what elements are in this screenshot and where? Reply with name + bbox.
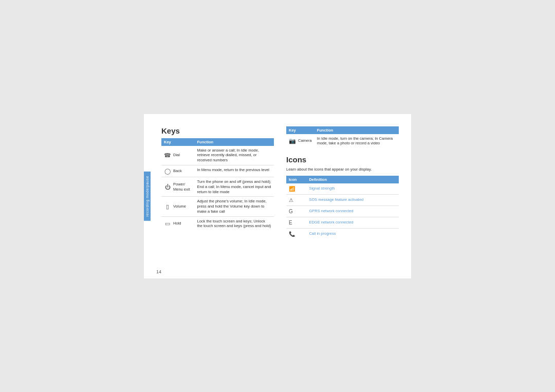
key-icon: ◯ xyxy=(164,167,171,175)
key-name-cell: ☎ Dial xyxy=(161,146,195,165)
icons-table-row: 📶 Signal strength xyxy=(286,183,399,195)
key-right-icon: 📷 xyxy=(289,137,296,144)
icons-table-row: G GPRS network connected xyxy=(286,206,399,217)
key-right-function-cell: In Idle mode, turn on the camera; In Cam… xyxy=(314,134,399,148)
key-label: Power/ Menu exit xyxy=(173,182,192,192)
key-name-cell: ▭ Hold xyxy=(161,216,195,231)
key-function-cell: Turn the phone on and off (press and hol… xyxy=(195,177,274,197)
key-label: Back xyxy=(173,169,182,174)
keys-table-row: ▯ Volume Adjust the phone's volume; In I… xyxy=(161,197,274,216)
keys-right-col2-header: Function xyxy=(314,126,399,134)
key-icon: ▭ xyxy=(164,220,171,227)
icon-cell: 📶 xyxy=(286,183,306,195)
key-function-cell: In Menu mode, return to the previous lev… xyxy=(195,165,274,177)
key-right-name-cell: 📷 Camera xyxy=(286,134,314,148)
keys-col1-header: Key xyxy=(161,138,195,146)
icon-cell: 📞 xyxy=(286,228,306,239)
key-label: Hold xyxy=(173,221,181,226)
icon-symbol: 📞 xyxy=(289,231,295,237)
icons-table-row: 📞 Call in progress xyxy=(286,228,399,239)
key-label: Dial xyxy=(173,153,180,158)
icons-title: Icons xyxy=(286,155,399,164)
right-section: Key Function 📷 Camera In Idle mode, turn… xyxy=(286,126,399,266)
key-icon: ⏻ xyxy=(164,183,171,191)
key-function-cell: Adjust the phone's volume; In Idle mode,… xyxy=(195,197,274,216)
icon-symbol: 📶 xyxy=(289,186,295,192)
keys-table-row: ▭ Hold Lock the touch screen and keys; U… xyxy=(161,216,274,231)
keys-right-table-row: 📷 Camera In Idle mode, turn on the camer… xyxy=(286,134,399,148)
keys-table-row: ⏻ Power/ Menu exit Turn the phone on and… xyxy=(161,177,274,197)
definition-cell: GPRS network connected xyxy=(306,206,399,217)
icons-table: Icon Definition 📶 Signal strength ⚠ SOS … xyxy=(286,176,399,239)
keys-title: Keys xyxy=(161,126,274,135)
icons-table-row: E EDGE network connected xyxy=(286,217,399,228)
definition-cell: SOS message feature activated xyxy=(306,194,399,206)
key-right-label: Camera xyxy=(298,138,312,143)
key-icon: ▯ xyxy=(164,203,171,210)
icon-cell: ⚠ xyxy=(286,194,306,206)
icons-col1-header: Icon xyxy=(286,176,306,183)
keys-col2-header: Function xyxy=(195,138,274,146)
icon-cell: E xyxy=(286,217,306,228)
key-function-cell: Make or answer a call; In Idle mode, ret… xyxy=(195,146,274,165)
icons-table-row: ⚠ SOS message feature activated xyxy=(286,194,399,206)
key-function-cell: Lock the touch screen and keys; Unlock t… xyxy=(195,216,274,231)
page-number: 14 xyxy=(156,269,161,274)
icons-description: Learn about the icons that appear on you… xyxy=(286,167,399,173)
definition-cell: EDGE network connected xyxy=(306,217,399,228)
icons-col2-header: Definition xyxy=(306,176,399,183)
icon-symbol: E xyxy=(289,220,292,226)
keys-table: Key Function ☎ Dial Make or answer a cal… xyxy=(161,138,274,231)
left-section: Keys Key Function ☎ Dial Make or answer … xyxy=(156,126,274,266)
keys-table-row: ◯ Back In Menu mode, return to the previ… xyxy=(161,165,274,177)
keys-table-row: ☎ Dial Make or answer a call; In Idle mo… xyxy=(161,146,274,165)
icon-cell: G xyxy=(286,206,306,217)
page: recording mode/pause Keys Key Function ☎… xyxy=(144,114,411,278)
key-name-cell: ◯ Back xyxy=(161,165,195,177)
key-name-cell: ⏻ Power/ Menu exit xyxy=(161,177,195,197)
keys-right-col1-header: Key xyxy=(286,126,314,134)
key-icon: ☎ xyxy=(164,152,171,159)
key-name-cell: ▯ Volume xyxy=(161,197,195,216)
keys-right-table: Key Function 📷 Camera In Idle mode, turn… xyxy=(286,126,399,148)
key-label: Volume xyxy=(173,204,186,209)
definition-cell: Call in progress xyxy=(306,228,399,239)
icon-symbol: ⚠ xyxy=(289,197,293,203)
side-tab: recording mode/pause xyxy=(144,172,151,221)
icon-symbol: G xyxy=(289,209,293,214)
definition-cell: Signal strength xyxy=(306,183,399,195)
icons-section: Icons Learn about the icons that appear … xyxy=(286,155,399,239)
